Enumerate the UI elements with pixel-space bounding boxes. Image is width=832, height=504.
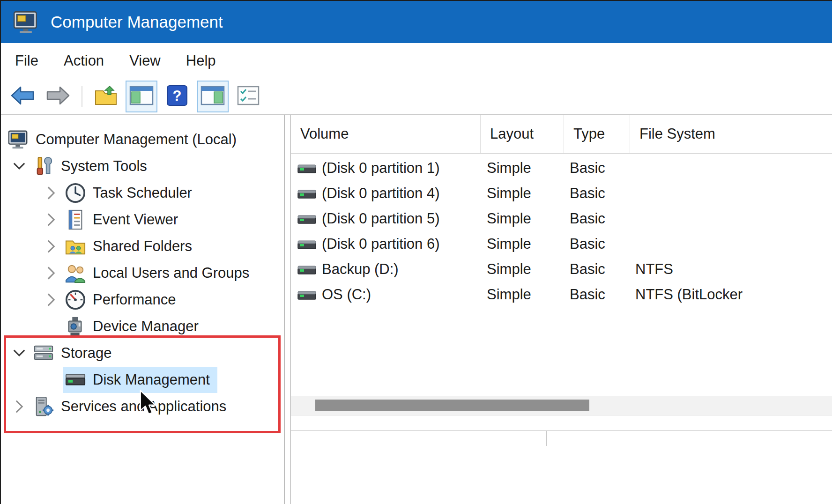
type-cell: Basic: [560, 282, 626, 307]
back-arrow-icon: [10, 86, 35, 107]
pane-divider: [291, 430, 832, 431]
disk-volume-icon: [297, 289, 316, 300]
menu-item-help[interactable]: Help: [186, 52, 216, 69]
tree-item-label: Storage: [61, 345, 112, 362]
layout-cell: Simple: [477, 181, 560, 206]
volume-row-disk-0-partition-4[interactable]: (Disk 0 partition 4)SimpleBasic: [291, 181, 832, 206]
volume-name: (Disk 0 partition 4): [322, 185, 440, 202]
volume-name: Backup (D:): [322, 261, 399, 278]
tree-item-content: Disk Management: [63, 367, 217, 393]
type-cell: Basic: [560, 257, 626, 282]
tree-item-content: Computer Management (Local): [6, 126, 244, 153]
disk-volume-icon: [297, 213, 316, 224]
show-action-pane-button[interactable]: [197, 81, 229, 112]
horizontal-scrollbar[interactable]: [291, 396, 832, 415]
help-icon: ?: [166, 85, 188, 108]
folder-icon: [94, 85, 118, 108]
volume-list-header: VolumeLayoutTypeFile System: [291, 115, 832, 154]
performance-icon: [65, 289, 86, 311]
layout-cell: Simple: [477, 257, 560, 282]
tree-item-shared-folders[interactable]: Shared Folders: [1, 233, 284, 259]
action-pane-icon: [201, 86, 225, 107]
volume-row-os-c[interactable]: OS (C:)SimpleBasicNTFS (BitLocker: [291, 282, 832, 307]
tree-item-computer-management-local[interactable]: Computer Management (Local): [1, 126, 284, 153]
task-scheduler-icon: [65, 182, 86, 204]
file-system-cell: [626, 206, 832, 231]
tree-item-disk-management[interactable]: Disk Management: [1, 366, 284, 393]
file-system-cell: [626, 231, 832, 257]
tree-item-local-users-and-groups[interactable]: Local Users and Groups: [1, 259, 284, 286]
tree-item-event-viewer[interactable]: Event Viewer: [1, 206, 284, 233]
console-tree: Computer Management (Local)System ToolsT…: [1, 115, 285, 504]
layout-cell: Simple: [477, 282, 560, 307]
chevron-down-icon[interactable]: [7, 160, 31, 172]
volume-cell: OS (C:): [291, 282, 477, 307]
show-console-tree-button[interactable]: [126, 81, 157, 112]
volume-cell: (Disk 0 partition 4): [291, 181, 477, 206]
file-system-cell: [626, 156, 832, 181]
disk-volume-icon: [297, 163, 316, 174]
chevron-down-icon[interactable]: [7, 347, 31, 359]
file-system-cell: NTFS: [626, 257, 832, 282]
column-header-layout[interactable]: Layout: [481, 115, 564, 153]
tree-item-device-manager[interactable]: Device Manager: [1, 313, 284, 340]
type-cell: Basic: [560, 231, 626, 257]
tree-item-system-tools[interactable]: System Tools: [1, 153, 284, 179]
tree-item-label: System Tools: [61, 158, 147, 175]
chevron-right-icon[interactable]: [7, 399, 31, 415]
toolbar-separator: [82, 86, 82, 107]
tree-item-storage[interactable]: Storage: [1, 340, 284, 366]
forward-button[interactable]: [42, 81, 74, 112]
open-folder-button[interactable]: [90, 81, 122, 112]
type-cell: Basic: [560, 206, 626, 231]
event-viewer-icon: [65, 209, 86, 230]
chevron-right-icon[interactable]: [39, 212, 63, 228]
volume-name: OS (C:): [322, 286, 371, 303]
tree-item-label: Computer Management (Local): [36, 131, 237, 148]
volume-cell: (Disk 0 partition 5): [291, 206, 477, 231]
volume-cell: (Disk 0 partition 1): [291, 156, 477, 181]
volume-row-disk-0-partition-5[interactable]: (Disk 0 partition 5)SimpleBasic: [291, 206, 832, 231]
layout-cell: Simple: [477, 156, 560, 181]
scrollbar-thumb[interactable]: [315, 400, 589, 411]
volume-cell: Backup (D:): [291, 257, 477, 282]
tree-item-task-scheduler[interactable]: Task Scheduler: [1, 179, 284, 206]
tree-item-label: Local Users and Groups: [93, 265, 249, 282]
chevron-right-icon[interactable]: [39, 292, 63, 308]
graphical-view-divider: [546, 431, 547, 446]
chevron-right-icon[interactable]: [39, 185, 63, 201]
file-system-cell: [626, 181, 832, 206]
column-header-file-system[interactable]: File System: [630, 115, 832, 153]
disk-volume-icon: [297, 238, 316, 250]
layout-cell: Simple: [477, 231, 560, 257]
tree-item-content: Event Viewer: [63, 207, 186, 233]
column-header-volume[interactable]: Volume: [291, 115, 481, 153]
help-button[interactable]: ?: [161, 81, 193, 112]
chevron-right-icon[interactable]: [39, 265, 63, 281]
tree-item-performance[interactable]: Performance: [1, 286, 284, 313]
device-manager-icon: [65, 316, 86, 337]
customize-button[interactable]: [232, 81, 264, 112]
column-header-type[interactable]: Type: [564, 115, 630, 153]
tree-item-content: System Tools: [31, 153, 155, 179]
file-system-cell: NTFS (BitLocker: [626, 282, 832, 307]
volume-row-disk-0-partition-6[interactable]: (Disk 0 partition 6)SimpleBasic: [291, 231, 832, 257]
tree-item-content: Device Manager: [63, 313, 206, 340]
menu-item-action[interactable]: Action: [64, 52, 104, 69]
volume-row-disk-0-partition-1[interactable]: (Disk 0 partition 1)SimpleBasic: [291, 156, 832, 181]
menu-item-file[interactable]: File: [15, 52, 38, 69]
local-users-icon: [65, 262, 86, 284]
console-tree-icon: [129, 86, 154, 107]
type-cell: Basic: [560, 181, 626, 206]
content-area: Computer Management (Local)System ToolsT…: [1, 114, 832, 504]
chevron-right-icon[interactable]: [39, 238, 63, 254]
layout-cell: Simple: [477, 206, 560, 231]
services-icon: [33, 396, 54, 417]
tree-item-services-and-applications[interactable]: Services and Applications: [1, 393, 284, 420]
titlebar: Computer Management: [1, 1, 832, 43]
volume-row-backup-d[interactable]: Backup (D:)SimpleBasicNTFS: [291, 257, 832, 282]
volume-name: (Disk 0 partition 1): [322, 160, 440, 177]
shared-folders-icon: [65, 236, 86, 257]
back-button[interactable]: [7, 81, 38, 112]
menu-item-view[interactable]: View: [129, 52, 161, 69]
